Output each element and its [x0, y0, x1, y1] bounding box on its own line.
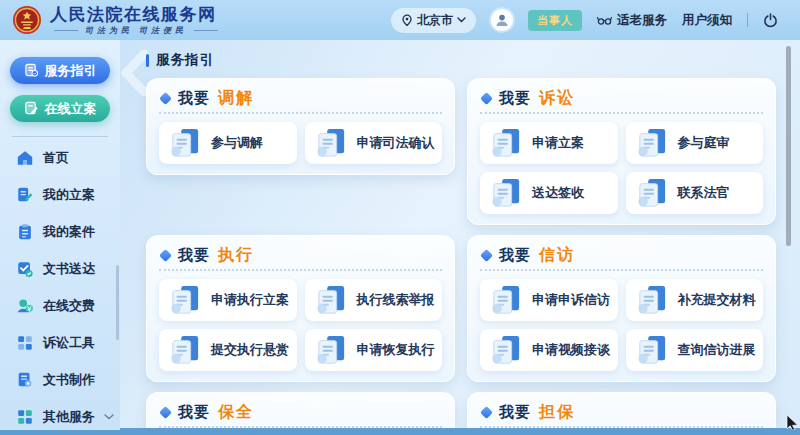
sidebar-menu-item-label: 文书制作 — [43, 371, 95, 389]
document-stack-icon — [314, 285, 348, 315]
sidebar-menu-item[interactable]: 首页 — [0, 139, 120, 176]
user-notice-label: 用户须知 — [682, 12, 732, 29]
main-scrollbar[interactable] — [786, 46, 791, 246]
header: 人民法院在线服务网 司法为民 司法便民 北京市 当事人 适老服务 — [0, 0, 800, 40]
service-item-label: 参与庭审 — [678, 134, 730, 152]
section-header: 我要 诉讼 — [480, 87, 763, 109]
document-stack-icon — [168, 285, 202, 315]
service-item-label: 查询信访进展 — [678, 341, 756, 359]
service-item-button[interactable]: 联系法官 — [626, 172, 764, 214]
service-item-label: 补充提交材料 — [678, 291, 756, 309]
sidebar-button-label: 服务指引 — [45, 62, 97, 80]
app-title-block: 人民法院在线服务网 司法为民 司法便民 — [50, 5, 218, 36]
app-title: 人民法院在线服务网 — [50, 5, 218, 24]
section-name: 调解 — [218, 88, 254, 109]
document-stack-icon — [635, 335, 669, 365]
sidebar-menu-item[interactable]: 我的立案 — [0, 176, 120, 213]
main-content: 服务指引 我要 调解 参与调解 — [120, 40, 800, 428]
section-prefix: 我要 — [499, 246, 531, 265]
service-item-button[interactable]: 提交执行悬赏 — [159, 329, 297, 371]
section-items: 申请执行立案 执行线索举报 提交执行悬赏 — [159, 279, 442, 371]
service-item-button[interactable]: 补充提交材料 — [626, 279, 764, 321]
section-dotted-divider — [159, 269, 442, 271]
service-item-button[interactable]: 申请视频接谈 — [480, 329, 618, 371]
service-item-button[interactable]: 参与庭审 — [626, 122, 764, 164]
section-dotted-divider — [480, 426, 763, 428]
chevron-down-icon — [104, 414, 114, 420]
document-stack-icon — [168, 335, 202, 365]
service-item-label: 送达签收 — [532, 184, 584, 202]
sidebar-menu-item[interactable]: 在线交费 — [0, 287, 120, 324]
diamond-bullet-icon — [480, 92, 493, 105]
section-header: 我要 信访 — [480, 244, 763, 266]
section-items: 申请立案 参与庭审 送达签收 — [480, 122, 763, 214]
subtitle-dash-right — [194, 30, 218, 31]
section-prefix: 我要 — [499, 89, 531, 108]
app-subtitle: 司法为民 司法便民 — [85, 25, 187, 36]
sidebar-button-label: 在线立案 — [45, 100, 97, 118]
sidebar-menu-item[interactable]: 诉讼工具 — [0, 324, 120, 361]
file-pen-white-icon — [24, 101, 39, 116]
sidebar-menu: 首页 我的立案 我的案件 文书送达 在线交费 诉讼工具 文书制作 其他服务 — [0, 139, 120, 435]
document-stack-icon — [489, 128, 523, 158]
sidebar-menu-item-label: 文书送达 — [43, 260, 95, 278]
section-prefix: 我要 — [499, 403, 531, 422]
user-notice-link[interactable]: 用户须知 — [682, 12, 732, 29]
diamond-bullet-icon — [480, 406, 493, 419]
service-item-button[interactable]: 参与调解 — [159, 122, 297, 164]
elder-service-link[interactable]: 适老服务 — [597, 12, 667, 29]
service-item-button[interactable]: 申请司法确认 — [305, 122, 443, 164]
location-pin-icon — [401, 14, 413, 27]
service-item-button[interactable]: 申请恢复执行 — [305, 329, 443, 371]
sidebar-menu-item[interactable]: 文书制作 — [0, 361, 120, 398]
sidebar-menu-item-label: 我的案件 — [43, 223, 95, 241]
home-icon — [16, 149, 34, 167]
document-stack-icon — [489, 285, 523, 315]
service-item-button[interactable]: 申请申诉信访 — [480, 279, 618, 321]
section-name: 执行 — [218, 245, 254, 266]
sidebar-scrollbar[interactable] — [116, 265, 119, 340]
sidebar-button-service-guide[interactable]: 服务指引 — [10, 57, 110, 84]
service-item-button[interactable]: 申请立案 — [480, 122, 618, 164]
diamond-bullet-icon — [159, 249, 172, 262]
sidebar-menu-item-label: 我的立案 — [43, 186, 95, 204]
sidebar-menu-item[interactable]: 其他服务 — [0, 398, 120, 435]
doc-gear-icon — [16, 371, 34, 389]
section-prefix: 我要 — [178, 403, 210, 422]
role-badge[interactable]: 当事人 — [528, 10, 582, 31]
section-dotted-divider — [159, 426, 442, 428]
section-prefix: 我要 — [178, 246, 210, 265]
location-selector[interactable]: 北京市 — [391, 8, 476, 33]
service-item-label: 参与调解 — [211, 134, 263, 152]
location-label: 北京市 — [417, 12, 453, 29]
apps-grid-icon — [16, 408, 34, 426]
service-section-card: 我要 保全 申请保全 保 — [146, 392, 455, 428]
sidebar-menu-item-label: 诉讼工具 — [43, 334, 95, 352]
section-dotted-divider — [480, 112, 763, 114]
logout-power-icon[interactable] — [763, 13, 778, 28]
section-items: 申请申诉信访 补充提交材料 申请视频接谈 — [480, 279, 763, 371]
document-stack-icon — [489, 178, 523, 208]
sidebar-menu-item[interactable]: 我的案件 — [0, 213, 120, 250]
sidebar-menu-item[interactable]: 文书送达 — [0, 250, 120, 287]
service-item-button[interactable]: 查询信访进展 — [626, 329, 764, 371]
user-avatar[interactable] — [491, 9, 513, 31]
service-item-button[interactable]: 申请执行立案 — [159, 279, 297, 321]
file-pen-icon — [16, 186, 34, 204]
section-name: 信访 — [539, 245, 575, 266]
sidebar-divider — [12, 136, 108, 137]
mouse-cursor — [786, 415, 799, 434]
sidebar-button-online-filing[interactable]: 在线立案 — [10, 95, 110, 122]
service-item-button[interactable]: 执行线索举报 — [305, 279, 443, 321]
service-section-card: 我要 诉讼 申请立案 参 — [467, 78, 776, 225]
service-item-label: 申请司法确认 — [357, 134, 435, 152]
document-stack-icon — [635, 128, 669, 158]
tools-grid-icon — [16, 334, 34, 352]
section-header: 我要 保全 — [159, 401, 442, 423]
service-item-label: 申请申诉信访 — [532, 291, 610, 309]
section-items: 参与调解 申请司法确认 — [159, 122, 442, 164]
document-stack-icon — [168, 128, 202, 158]
chevron-down-icon — [457, 17, 466, 23]
service-item-button[interactable]: 送达签收 — [480, 172, 618, 214]
payment-icon — [16, 297, 34, 315]
